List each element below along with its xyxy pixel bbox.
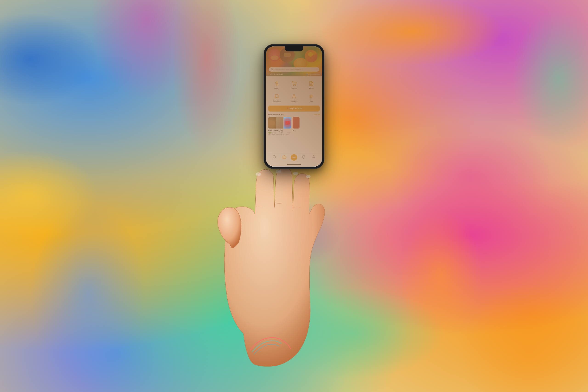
svg-point-18 [306, 175, 311, 178]
hand-wrapper: 🔍 Search dishes, restaurants, products, … [191, 35, 397, 357]
place-images-1 [268, 117, 291, 128]
place-card-1[interactable]: Privé Clarke Quay 🌿🌿 (140 reviews) $$ 93… [268, 117, 291, 135]
phone-device: 🔍 Search dishes, restaurants, products, … [264, 44, 324, 168]
place-photo-3 [284, 117, 291, 128]
phone-screen: 🔍 Search dishes, restaurants, products, … [266, 46, 322, 166]
scene: 🔍 Search dishes, restaurants, products, … [0, 0, 588, 392]
phone-inner: 🔍 Search dishes, restaurants, products, … [266, 46, 322, 166]
main-content: Dishes [266, 76, 322, 152]
svg-point-16 [276, 170, 281, 173]
place-photo-2 [276, 117, 284, 128]
svg-point-17 [293, 172, 298, 175]
svg-point-15 [256, 172, 261, 176]
phone-notch [285, 46, 303, 52]
places-list: Privé Clarke Quay 🌿🌿 (140 reviews) $$ 93… [268, 117, 320, 135]
hand-illustration [163, 138, 370, 368]
